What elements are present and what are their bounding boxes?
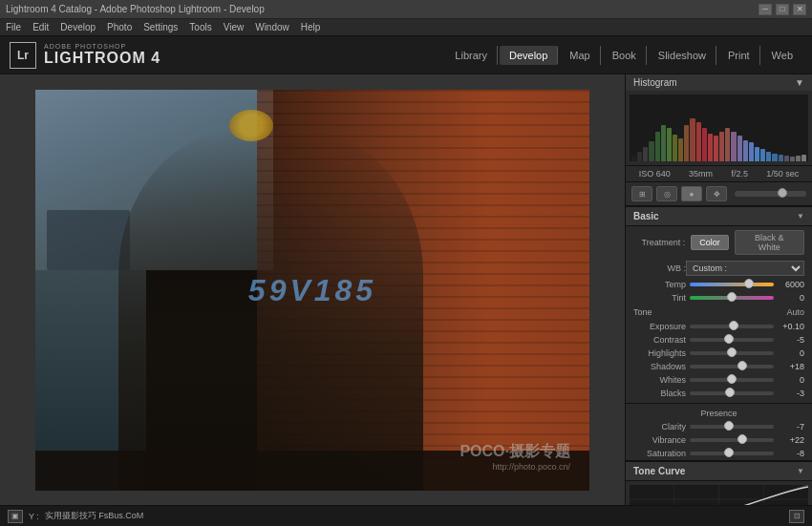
histogram-bar xyxy=(779,155,783,161)
histogram-bar xyxy=(725,128,730,161)
menu-help[interactable]: Help xyxy=(301,22,321,32)
menu-edit[interactable]: Edit xyxy=(32,22,49,32)
tint-slider-row: Tint 0 xyxy=(626,291,812,305)
histogram-bar xyxy=(737,136,742,161)
histogram-bar xyxy=(684,125,689,162)
clarity-row: Clarity -7 xyxy=(626,420,812,433)
menu-file[interactable]: File xyxy=(6,22,21,32)
histogram-bar xyxy=(655,132,660,162)
histogram-bar xyxy=(696,122,701,161)
wb-row: WB : Custom : As Shot Auto Daylight Clou… xyxy=(626,259,812,278)
presence-divider xyxy=(626,403,812,404)
contrast-slider[interactable] xyxy=(690,338,774,342)
clarity-label: Clarity xyxy=(633,422,686,431)
tone-curve-expand: ▼ xyxy=(797,467,804,475)
temp-slider[interactable] xyxy=(690,283,774,286)
clarity-value: -7 xyxy=(778,422,804,431)
histogram-bar xyxy=(796,156,801,161)
redeye-tool[interactable]: ✥ xyxy=(706,186,727,201)
whites-slider[interactable] xyxy=(690,378,774,382)
focal-value: 35mm xyxy=(689,169,713,179)
tab-map[interactable]: Map xyxy=(560,46,600,65)
histogram-bar xyxy=(719,132,724,162)
bottom-bar: ▣ Y : 实用摄影技巧 FsBus.CoM ⊡ xyxy=(0,505,812,526)
menu-develop[interactable]: Develop xyxy=(60,22,96,32)
exif-bar: ISO 640 35mm f/2.5 1/50 sec xyxy=(626,165,812,181)
histogram-bar xyxy=(743,140,748,161)
wb-select[interactable]: Custom : As Shot Auto Daylight Cloudy Sh… xyxy=(686,261,804,276)
menu-tools[interactable]: Tools xyxy=(189,22,211,32)
menu-view[interactable]: View xyxy=(224,22,245,32)
tint-slider[interactable] xyxy=(690,296,774,300)
tone-curve-canvas xyxy=(630,485,808,505)
adobe-text: ADOBE PHOTOSHOP xyxy=(44,43,160,50)
highlights-slider[interactable] xyxy=(690,351,774,355)
tab-develop[interactable]: Develop xyxy=(500,46,558,65)
tab-slideshow[interactable]: Slideshow xyxy=(649,46,716,65)
histogram-header[interactable]: Histogram ▼ xyxy=(626,74,812,91)
histogram-bar xyxy=(631,156,636,161)
shadows-slider[interactable] xyxy=(690,365,774,368)
poco-url: http://photo.poco.cn/ xyxy=(459,462,570,472)
histogram-canvas xyxy=(630,95,808,161)
vibrance-value: +22 xyxy=(778,435,804,445)
main-content: 59V185 POCO·摄影专题 http://photo.poco.cn/ H… xyxy=(0,74,812,505)
tab-print[interactable]: Print xyxy=(718,46,760,65)
menu-window[interactable]: Window xyxy=(255,22,289,32)
histogram-bar xyxy=(637,152,642,162)
whites-row: Whites 0 xyxy=(626,373,812,387)
tone-curve-title: Tone Curve xyxy=(633,466,685,476)
histogram-bar xyxy=(784,156,789,161)
histogram-bar xyxy=(667,128,672,161)
photo-frame: 59V185 POCO·摄影专题 http://photo.poco.cn/ xyxy=(35,90,589,491)
menu-settings[interactable]: Settings xyxy=(143,22,178,32)
wb-label: WB : xyxy=(633,263,686,273)
histogram-expand-icon: ▼ xyxy=(795,77,804,88)
poco-watermark: POCO·摄影专题 http://photo.poco.cn/ xyxy=(459,442,570,472)
saturation-value: -8 xyxy=(778,449,804,458)
histogram-bar xyxy=(661,125,666,162)
vibrance-row: Vibrance +22 xyxy=(626,433,812,447)
bw-button[interactable]: Black & White xyxy=(735,230,804,255)
right-panel: Histogram ▼ ISO 640 35mm f/2.5 1/50 sec … xyxy=(625,74,812,505)
vibrance-slider[interactable] xyxy=(690,438,774,442)
title-bar: Lightroom 4 Catalog - Adobe Photoshop Li… xyxy=(0,0,812,19)
histogram-bar xyxy=(708,134,713,161)
minimize-button[interactable]: ─ xyxy=(759,4,772,15)
bottom-right: ⊡ xyxy=(789,510,804,523)
crop-tool[interactable]: ⊞ xyxy=(631,186,652,201)
tab-web[interactable]: Web xyxy=(762,46,802,65)
exposure-slider[interactable] xyxy=(690,325,774,328)
tab-library[interactable]: Library xyxy=(445,46,498,65)
vibrance-label: Vibrance xyxy=(633,435,686,445)
spot-tool[interactable]: ◎ xyxy=(656,186,677,201)
saturation-label: Saturation xyxy=(633,449,686,458)
basic-panel-header[interactable]: Basic ▼ xyxy=(626,206,812,226)
menu-photo[interactable]: Photo xyxy=(107,22,132,32)
maximize-button[interactable]: □ xyxy=(776,4,789,15)
temp-value: 6000 xyxy=(778,280,804,289)
poco-brand: POCO·摄影专题 xyxy=(459,442,570,462)
whites-label: Whites xyxy=(633,375,686,385)
auto-button[interactable]: Auto xyxy=(786,307,804,317)
nav-tabs: Library Develop Map Book Slideshow Print… xyxy=(445,46,802,65)
tone-curve-svg xyxy=(630,485,808,505)
lr-badge: Lr xyxy=(10,42,36,69)
clarity-slider[interactable] xyxy=(690,425,774,429)
close-button[interactable]: ✕ xyxy=(793,4,806,15)
tool-slider[interactable] xyxy=(735,191,806,197)
bottom-left: ▣ Y : 实用摄影技巧 FsBus.CoM xyxy=(8,510,143,523)
shadows-value: +18 xyxy=(778,362,804,371)
temp-slider-row: Temp 6000 xyxy=(626,278,812,291)
filmstrip-icon[interactable]: ▣ xyxy=(8,510,23,523)
tab-book[interactable]: Book xyxy=(603,46,647,65)
histogram-bar xyxy=(714,136,718,161)
view-icon[interactable]: ⊡ xyxy=(789,510,804,523)
tone-row: Tone Auto xyxy=(626,305,812,320)
blacks-slider[interactable] xyxy=(690,391,774,395)
highlights-row: Highlights 0 xyxy=(626,347,812,360)
color-button[interactable]: Color xyxy=(691,235,729,250)
tone-curve-header[interactable]: Tone Curve ▼ xyxy=(626,461,812,481)
saturation-slider[interactable] xyxy=(690,452,774,455)
adjust-tool[interactable]: ● xyxy=(681,186,702,201)
